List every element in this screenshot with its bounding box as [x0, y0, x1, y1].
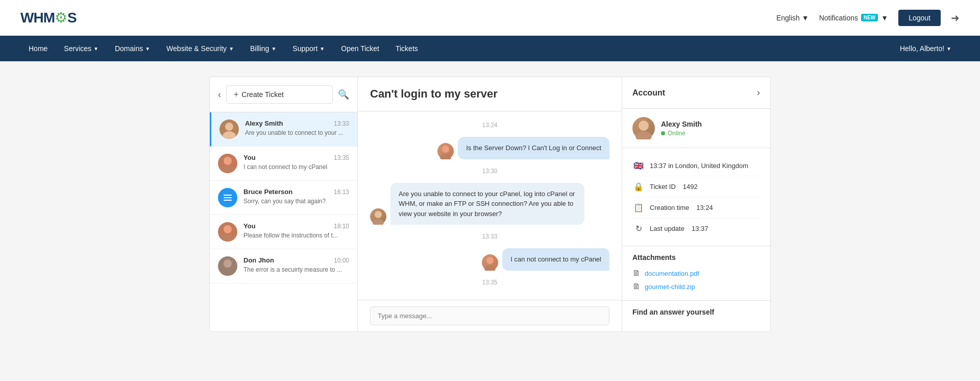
flag-icon: 🇬🇧: [632, 159, 645, 172]
conversation-item[interactable]: Bruce Peterson 16:13 Sorry, can you say …: [210, 181, 357, 215]
nav-domains[interactable]: Domains ▼: [107, 36, 158, 61]
conv-info: You 18:10 Please follow the instructions…: [243, 222, 349, 239]
avatar: [218, 188, 237, 207]
chevron-down-icon: ▼: [881, 14, 888, 22]
online-status: Online: [661, 130, 702, 137]
nav-billing[interactable]: Billing ▼: [242, 36, 284, 61]
logo-text2: S: [67, 10, 77, 26]
conversation-item[interactable]: Alexy Smith 13:33 Are you unable to conn…: [210, 112, 357, 147]
message-avatar: [437, 143, 454, 159]
chevron-icon: ▼: [271, 46, 276, 52]
conv-top: Bruce Peterson 16:13: [243, 188, 349, 196]
chevron-icon: ▼: [145, 46, 150, 52]
nav-tickets[interactable]: Tickets: [387, 36, 426, 61]
sidebar-header: ‹ + Create Ticket 🔍: [210, 77, 357, 112]
search-button[interactable]: 🔍: [338, 89, 349, 100]
chat-area: Can't login to my server 13:24 Is the Se…: [358, 77, 622, 331]
conversation-item[interactable]: Don Jhon 10:00 The error is a secuirty m…: [210, 249, 357, 283]
account-user-details: Alexy Smith Online: [661, 120, 702, 137]
creation-time-row: 📋 Creation time 13:24: [632, 197, 760, 218]
avatar: [219, 120, 239, 139]
find-answer-title: Find an answer yourself: [632, 308, 760, 316]
create-ticket-button[interactable]: + Create Ticket: [226, 85, 333, 104]
svg-point-8: [442, 146, 449, 153]
refresh-icon: ↻: [632, 222, 645, 234]
attachment-item[interactable]: 🗎 documentation.pdf: [632, 267, 760, 280]
svg-point-7: [221, 268, 234, 276]
ticket-icon: 🔒: [632, 180, 645, 193]
message-bubble: Are you unable to connect to your cPanel…: [390, 183, 584, 225]
avatar-image: [219, 120, 239, 139]
attachment-item[interactable]: 🗎 gourmet-child.zip: [632, 280, 760, 293]
exit-icon[interactable]: ➜: [951, 12, 960, 24]
file-icon: 🗎: [632, 269, 641, 278]
chat-input[interactable]: [370, 306, 609, 325]
message-time-label: 13:33: [370, 233, 609, 240]
avatar-image: [218, 222, 237, 242]
chat-messages: 13:24 Is the Server Down? I Can't Log in…: [358, 111, 622, 300]
attachments-title: Attachments: [632, 253, 760, 261]
svg-point-15: [635, 131, 652, 139]
logout-button[interactable]: Logout: [898, 10, 941, 26]
logo-text: WHM: [20, 10, 55, 26]
svg-point-11: [373, 219, 384, 225]
notifications-button[interactable]: Notifications NEW ▼: [819, 14, 888, 22]
svg-point-1: [223, 131, 236, 139]
account-panel: Account › Alexy Smith Online: [622, 77, 770, 331]
conv-info: You 13:35 I can not connect to my cPanel: [243, 154, 349, 171]
chat-message-sent: Is the Server Down? I Can't Log in or Co…: [370, 137, 609, 159]
account-panel-header: Account ›: [622, 77, 770, 109]
avatar-image: [218, 154, 237, 173]
svg-point-10: [375, 211, 382, 218]
svg-point-3: [221, 165, 234, 173]
top-right-actions: English ▼ Notifications NEW ▼ Logout ➜: [776, 10, 960, 26]
conv-info: Bruce Peterson 16:13 Sorry, can you say …: [243, 188, 349, 205]
svg-point-12: [486, 257, 494, 264]
conversation-item[interactable]: You 13:35 I can not connect to my cPanel: [210, 147, 357, 181]
chevron-down-icon: ▼: [802, 14, 809, 22]
message-time-label: 13:30: [370, 168, 609, 175]
avatar: [218, 154, 237, 173]
svg-point-13: [484, 265, 496, 271]
chevron-icon: ▼: [93, 46, 99, 52]
attachments-section: Attachments 🗎 documentation.pdf 🗎 gourme…: [622, 246, 770, 301]
message-avatar: [370, 208, 386, 225]
logo: WHM ⚙ S: [20, 9, 77, 26]
avatar: [218, 256, 237, 276]
account-panel-title: Account: [632, 88, 665, 98]
online-dot-icon: [661, 131, 665, 135]
nav-open-ticket[interactable]: Open Ticket: [333, 36, 387, 61]
message-avatar: [482, 254, 498, 271]
next-button[interactable]: ›: [757, 87, 760, 98]
conversations-sidebar: ‹ + Create Ticket 🔍 Alexy Smith: [210, 77, 358, 331]
new-badge: NEW: [861, 14, 878, 21]
svg-point-5: [221, 234, 234, 242]
chat-message-received: Are you unable to connect to your cPanel…: [370, 183, 609, 225]
back-button[interactable]: ‹: [218, 89, 221, 100]
message-time-label: 13:24: [370, 122, 609, 129]
chat-message-sent: I can not connect to my cPanel: [370, 248, 609, 271]
notifications-label: Notifications: [819, 14, 858, 22]
nav-user-menu[interactable]: Hello, Alberto! ▼: [892, 36, 960, 61]
conv-info: Alexy Smith 13:33 Are you unable to conn…: [245, 120, 349, 136]
message-bubble: I can not connect to my cPanel: [502, 248, 609, 271]
conv-info: Don Jhon 10:00 The error is a secuirty m…: [243, 256, 349, 273]
account-avatar: [632, 117, 655, 139]
chevron-icon: ▼: [320, 46, 325, 52]
nav-website-security[interactable]: Website & Security ▼: [158, 36, 242, 61]
nav-support[interactable]: Support ▼: [284, 36, 333, 61]
location-row: 🇬🇧 13:37 in London, United Kingdom: [632, 155, 760, 176]
chat-header: Can't login to my server: [358, 77, 622, 111]
chevron-icon: ▼: [229, 46, 234, 52]
nav-home[interactable]: Home: [20, 36, 56, 61]
conv-top: Alexy Smith 13:33: [245, 120, 349, 127]
nav-services[interactable]: Services ▼: [56, 36, 107, 61]
language-button[interactable]: English ▼: [776, 14, 809, 22]
conversation-item[interactable]: You 18:10 Please follow the instructions…: [210, 215, 357, 249]
avatar-image: [218, 256, 237, 276]
top-bar: WHM ⚙ S English ▼ Notifications NEW ▼ Lo…: [0, 0, 980, 36]
svg-point-6: [224, 259, 232, 268]
panel-container: ‹ + Create Ticket 🔍 Alexy Smith: [209, 77, 771, 332]
message-time-label: 13:35: [370, 279, 609, 286]
calendar-icon: 📋: [632, 201, 645, 213]
